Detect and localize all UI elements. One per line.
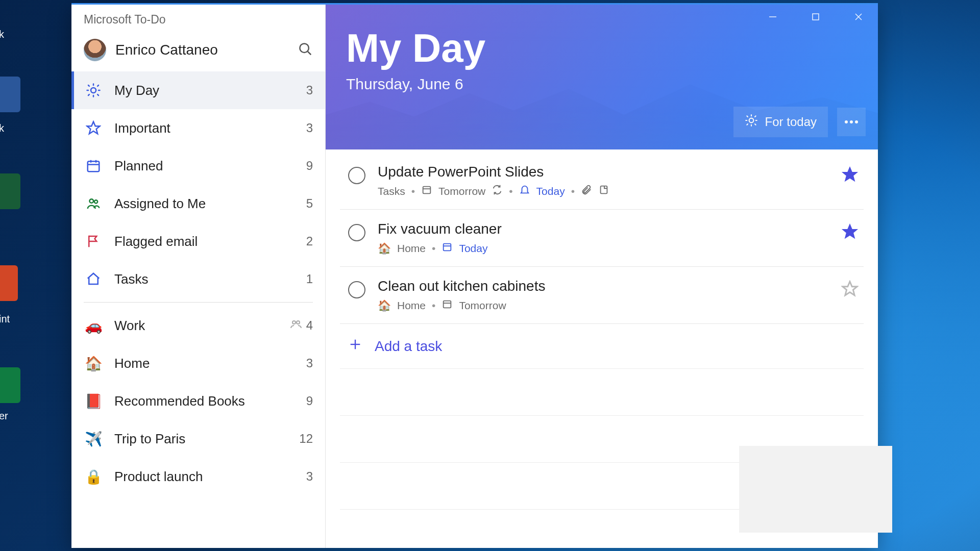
for-today-button[interactable]: For today xyxy=(733,107,828,137)
svg-line-9 xyxy=(97,85,99,86)
assigned-icon xyxy=(84,194,103,213)
task-row[interactable]: Clean out kitchen cabinets 🏠 Home • Tomo… xyxy=(340,267,864,324)
hero-actions: For today xyxy=(733,107,866,137)
sidebar-list-work[interactable]: 🚗 Work 4 xyxy=(71,307,325,344)
window-controls xyxy=(758,5,878,29)
sidebar-item-count: 4 xyxy=(306,318,313,333)
avatar[interactable] xyxy=(84,39,106,61)
desktop-app-icon[interactable] xyxy=(0,77,20,112)
attachment-icon xyxy=(581,184,592,198)
for-today-label: For today xyxy=(765,115,817,129)
task-title: Clean out kitchen cabinets xyxy=(378,278,834,294)
svg-rect-12 xyxy=(88,161,100,171)
desktop-label-partial: int xyxy=(0,313,10,325)
page-title: My Day xyxy=(346,25,857,71)
task-list-emoji: 🏠 xyxy=(378,299,391,312)
list-emoji-icon: ✈️ xyxy=(84,429,103,448)
sidebar-divider xyxy=(84,302,313,303)
svg-marker-39 xyxy=(843,167,857,181)
close-button[interactable] xyxy=(844,7,873,27)
placeholder-row xyxy=(340,369,864,416)
svg-marker-11 xyxy=(87,122,100,134)
sidebar-item-label: Flagged email xyxy=(114,234,302,249)
sidebar-list-product-launch[interactable]: 🔒 Product launch 3 xyxy=(71,458,325,495)
list-emoji-icon: 📕 xyxy=(84,391,103,411)
sidebar: Microsoft To-Do Enrico Cattaneo My Day 3 xyxy=(71,5,326,548)
svg-rect-21 xyxy=(813,14,819,20)
calendar-icon xyxy=(84,156,103,176)
add-task-label: Add a task xyxy=(375,338,442,355)
task-star-button[interactable] xyxy=(841,280,859,297)
svg-line-29 xyxy=(747,116,748,117)
repeat-icon xyxy=(492,184,503,198)
sidebar-item-label: Planned xyxy=(114,158,302,174)
sidebar-item-count: 9 xyxy=(306,394,313,408)
task-due: Tomorrow xyxy=(438,185,485,197)
desktop-app-icon[interactable] xyxy=(0,173,20,209)
task-body: Update PowerPoint Slides Tasks • Tomorro… xyxy=(378,164,834,198)
minimize-button[interactable] xyxy=(758,7,787,27)
svg-point-19 xyxy=(297,321,300,324)
sidebar-item-count: 3 xyxy=(306,356,313,370)
task-checkbox[interactable] xyxy=(348,224,365,241)
app-title: Microsoft To-Do xyxy=(71,5,325,31)
sidebar-item-assigned[interactable]: Assigned to Me 5 xyxy=(71,185,325,222)
task-body: Fix vacuum cleaner 🏠 Home • Today xyxy=(378,221,834,255)
task-body: Clean out kitchen cabinets 🏠 Home • Tomo… xyxy=(378,278,834,312)
sidebar-item-label: Important xyxy=(114,120,302,136)
meta-separator: • xyxy=(411,185,415,197)
meta-separator: • xyxy=(432,299,435,312)
svg-rect-40 xyxy=(444,244,451,251)
sidebar-item-important[interactable]: Important 3 xyxy=(71,109,325,147)
sidebar-item-label: Tasks xyxy=(114,271,302,287)
maximize-button[interactable] xyxy=(801,7,830,27)
overlay-placeholder xyxy=(739,446,892,533)
task-list-name: Home xyxy=(397,299,426,312)
search-icon[interactable] xyxy=(298,41,313,59)
task-checkbox[interactable] xyxy=(348,281,365,298)
svg-line-10 xyxy=(88,94,89,95)
sidebar-item-tasks[interactable]: Tasks 1 xyxy=(71,260,325,298)
svg-line-8 xyxy=(97,94,99,95)
task-list-name: Tasks xyxy=(378,185,405,197)
task-list-name: Home xyxy=(397,242,426,255)
svg-point-33 xyxy=(845,120,848,123)
svg-point-2 xyxy=(91,88,96,93)
list-emoji-icon: 🚗 xyxy=(84,316,103,335)
profile[interactable]: Enrico Cattaneo xyxy=(71,31,325,71)
sidebar-item-count: 3 xyxy=(306,469,313,484)
sidebar-item-count: 5 xyxy=(306,196,313,211)
sidebar-item-label: Work xyxy=(114,318,285,334)
sidebar-item-flagged[interactable]: Flagged email 2 xyxy=(71,222,325,260)
sidebar-item-planned[interactable]: Planned 9 xyxy=(71,147,325,185)
task-checkbox[interactable] xyxy=(348,167,365,184)
sidebar-item-my-day[interactable]: My Day 3 xyxy=(71,71,325,109)
sidebar-list-home[interactable]: 🏠 Home 3 xyxy=(71,344,325,382)
sidebar-item-count: 1 xyxy=(306,272,313,286)
calendar-icon xyxy=(421,184,432,198)
calendar-icon xyxy=(442,298,453,312)
desktop-label-partial: er xyxy=(0,410,8,422)
sidebar-list-trip[interactable]: ✈️ Trip to Paris 12 xyxy=(71,420,325,458)
svg-marker-42 xyxy=(843,224,857,238)
task-star-button[interactable] xyxy=(841,166,859,183)
task-list-emoji: 🏠 xyxy=(378,242,391,255)
sidebar-item-label: Assigned to Me xyxy=(114,196,302,212)
svg-line-7 xyxy=(88,85,89,86)
svg-line-32 xyxy=(747,124,748,125)
svg-line-30 xyxy=(755,124,756,125)
task-star-button[interactable] xyxy=(841,223,859,240)
task-row[interactable]: Fix vacuum cleaner 🏠 Home • Today xyxy=(340,210,864,267)
desktop-app-icon[interactable] xyxy=(0,367,20,403)
svg-point-35 xyxy=(855,120,858,123)
task-due: Tomorrow xyxy=(459,299,506,312)
sun-icon xyxy=(84,81,103,100)
app-window: Microsoft To-Do Enrico Cattaneo My Day 3 xyxy=(71,3,878,548)
more-options-button[interactable] xyxy=(837,108,866,136)
sidebar-list-books[interactable]: 📕 Recommended Books 9 xyxy=(71,382,325,420)
task-row[interactable]: Update PowerPoint Slides Tasks • Tomorro… xyxy=(340,153,864,210)
plus-icon xyxy=(348,337,362,355)
main-pane: My Day Thursday, June 6 For today xyxy=(326,5,878,548)
add-task-input[interactable]: Add a task xyxy=(340,324,864,369)
desktop-app-icon[interactable] xyxy=(0,265,18,301)
